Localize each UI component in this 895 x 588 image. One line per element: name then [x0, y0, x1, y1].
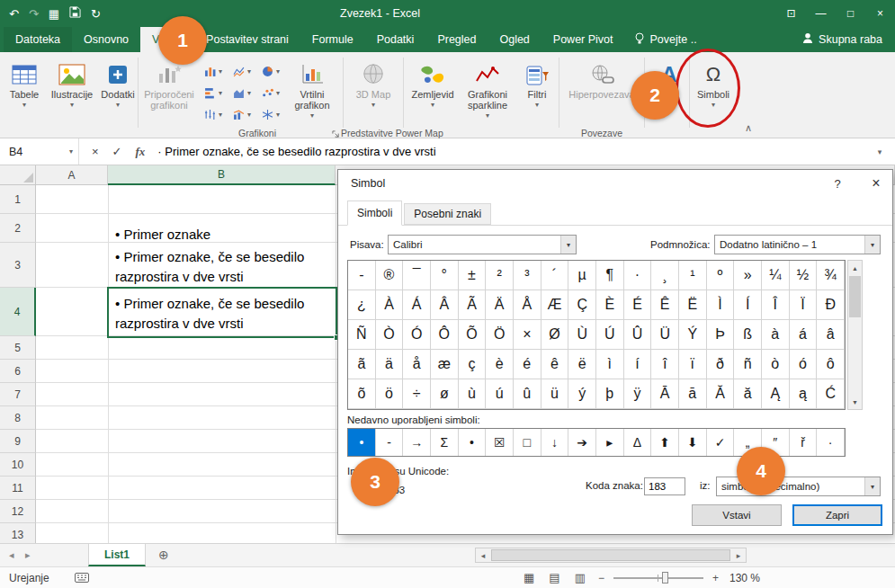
recent-symbol-cell[interactable]: □: [514, 429, 541, 456]
row-header-2[interactable]: 2: [0, 214, 36, 243]
zoom-in-icon[interactable]: +: [712, 572, 719, 584]
row-header-10[interactable]: 10: [0, 453, 36, 477]
symbol-cell[interactable]: ±: [459, 261, 487, 290]
scatter-chart-button[interactable]: ▾: [256, 83, 285, 103]
tab-special-characters[interactable]: Posebni znaki: [404, 203, 491, 225]
symbol-cell[interactable]: ÿ: [624, 379, 652, 409]
3d-map-button[interactable]: 3D Map ▾: [348, 56, 398, 131]
symbol-cell[interactable]: Ö: [486, 320, 514, 350]
recent-symbol-cell[interactable]: ➔: [568, 429, 596, 456]
insert-function-icon[interactable]: fx: [136, 145, 146, 159]
ribbon-tab-formule[interactable]: Formule: [300, 27, 365, 52]
tell-me-tab[interactable]: Povejte ..: [634, 27, 697, 52]
maximize-icon[interactable]: □: [836, 0, 865, 27]
symbol-cell[interactable]: æ: [431, 350, 459, 379]
symbol-cell[interactable]: È: [596, 290, 624, 320]
zoom-out-icon[interactable]: −: [598, 572, 604, 584]
zoom-thumb[interactable]: [662, 572, 668, 584]
dialog-title-bar[interactable]: Simbol ? ×: [338, 170, 892, 197]
symbol-cell[interactable]: »: [734, 261, 762, 290]
row-header-6[interactable]: 6: [0, 360, 36, 383]
scrollbar-thumb[interactable]: [849, 276, 861, 317]
symbol-cell[interactable]: ß: [734, 320, 762, 350]
symbol-cell[interactable]: Ó: [403, 320, 431, 350]
symbol-cell[interactable]: ®: [376, 261, 404, 290]
symbol-cell[interactable]: ā: [679, 379, 707, 409]
symbol-cell[interactable]: û: [514, 379, 541, 409]
row-header-8[interactable]: 8: [0, 406, 36, 430]
symbol-cell[interactable]: ï: [679, 350, 707, 379]
tables-button[interactable]: Tabele ▾: [4, 56, 45, 131]
undo-icon[interactable]: ↶: [9, 7, 19, 21]
select-all-corner[interactable]: [0, 165, 36, 185]
symbol-cell[interactable]: ù: [459, 379, 487, 409]
recent-symbol-cell[interactable]: Σ: [431, 429, 459, 456]
symbol-cell[interactable]: ÷: [403, 379, 431, 409]
sheet-tab-list1[interactable]: List1: [88, 544, 146, 566]
addins-button[interactable]: Dodatki ▾: [99, 56, 137, 131]
row-header-9[interactable]: 9: [0, 430, 36, 453]
symbol-cell[interactable]: ô: [817, 350, 845, 379]
horizontal-scrollbar[interactable]: ◂ ▸: [475, 548, 747, 563]
symbol-cell[interactable]: Ï: [790, 290, 818, 320]
sheet-nav-left-icon[interactable]: ◂: [9, 549, 14, 561]
column-chart-button[interactable]: ▾: [199, 61, 228, 82]
symbol-cell[interactable]: þ: [596, 379, 624, 409]
symbol-cell[interactable]: ì: [596, 350, 624, 379]
symbol-cell[interactable]: é: [514, 350, 541, 379]
cancel-icon[interactable]: ×: [92, 145, 99, 158]
symbol-cell[interactable]: â: [817, 320, 845, 350]
scrollbar-thumb[interactable]: [491, 549, 730, 561]
recent-symbol-cell[interactable]: ▸: [596, 429, 624, 456]
ribbon-tab-datoteka[interactable]: Datoteka: [4, 27, 72, 52]
ribbon-tab-power-pivot[interactable]: Power Pivot: [541, 27, 625, 52]
symbol-cell[interactable]: Ą: [762, 379, 790, 409]
row-header-13[interactable]: 13: [0, 523, 36, 543]
share-button[interactable]: Skupna raba: [802, 27, 882, 52]
symbol-cell[interactable]: µ: [568, 261, 596, 290]
row-header-3[interactable]: 3: [0, 243, 36, 288]
symbol-cell[interactable]: À: [376, 290, 404, 320]
symbol-cell[interactable]: í: [624, 350, 652, 379]
illustrations-button[interactable]: Ilustracije ▾: [47, 56, 97, 131]
formula-expand-icon[interactable]: ▾: [864, 147, 895, 156]
character-code-input[interactable]: [644, 477, 685, 495]
symbol-cell[interactable]: Á: [403, 290, 431, 320]
symbol-cell[interactable]: ê: [541, 350, 569, 379]
ribbon-tab-osnovno[interactable]: Osnovno: [72, 27, 140, 52]
row-header-4[interactable]: 4: [0, 288, 36, 336]
symbol-cell[interactable]: -: [348, 261, 376, 290]
close-button[interactable]: Zapri: [792, 504, 882, 526]
sync-icon[interactable]: ↻: [91, 7, 101, 21]
symbol-cell[interactable]: Í: [734, 290, 762, 320]
picture-icon[interactable]: ▦: [49, 7, 59, 21]
symbol-cell[interactable]: Û: [624, 320, 652, 350]
recent-symbol-cell[interactable]: ⬇: [679, 429, 707, 456]
symbol-cell[interactable]: Å: [514, 290, 541, 320]
symbol-cell[interactable]: Î: [762, 290, 790, 320]
row-header-12[interactable]: 12: [0, 500, 36, 523]
ribbon-tab-podatki[interactable]: Podatki: [365, 27, 426, 52]
name-box[interactable]: B4 ▾: [0, 138, 79, 165]
symbol-cell[interactable]: Æ: [541, 290, 569, 320]
symbol-cell[interactable]: Ú: [596, 320, 624, 350]
symbol-cell[interactable]: Ć: [817, 379, 845, 409]
symbol-cell[interactable]: ½: [790, 261, 818, 290]
view-layout-icon[interactable]: ▤: [549, 571, 559, 584]
recent-symbol-cell[interactable]: •: [348, 429, 376, 456]
scroll-left-icon[interactable]: ◂: [476, 551, 490, 560]
symbol-cell[interactable]: Ã: [459, 290, 487, 320]
symbol-cell[interactable]: Þ: [707, 320, 735, 350]
column-header-a[interactable]: A: [36, 165, 108, 185]
symbol-cell[interactable]: Ñ: [348, 320, 376, 350]
symbol-cell[interactable]: º: [707, 261, 735, 290]
zoom-slider[interactable]: [613, 577, 703, 579]
tab-symbols[interactable]: Simboli: [347, 200, 402, 226]
symbol-cell[interactable]: É: [624, 290, 652, 320]
symbol-cell[interactable]: ¹: [679, 261, 707, 290]
ribbon-display-options-icon[interactable]: ⊡: [776, 0, 806, 27]
grid-scrollbar[interactable]: ▲ ▼: [847, 260, 863, 410]
symbol-cell[interactable]: Â: [431, 290, 459, 320]
combo-chart-button[interactable]: ▾: [228, 104, 256, 125]
save-icon[interactable]: [69, 6, 81, 21]
